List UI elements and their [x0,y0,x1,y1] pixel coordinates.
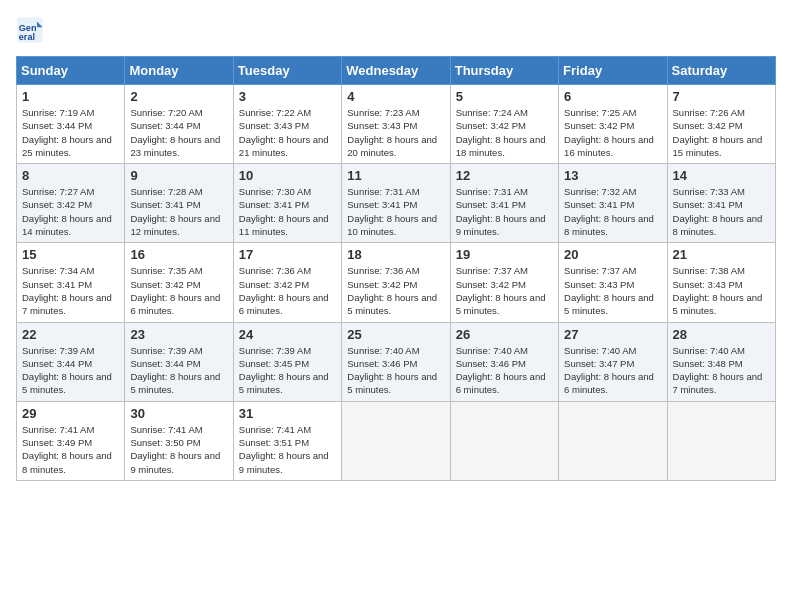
calendar-day-cell [450,401,558,480]
day-info: Sunrise: 7:40 AMSunset: 3:46 PMDaylight:… [347,345,437,396]
day-number: 22 [22,327,119,342]
calendar-week-row: 29 Sunrise: 7:41 AMSunset: 3:49 PMDaylig… [17,401,776,480]
day-number: 24 [239,327,336,342]
day-number: 31 [239,406,336,421]
calendar-day-cell: 1 Sunrise: 7:19 AMSunset: 3:44 PMDayligh… [17,85,125,164]
svg-text:eral: eral [19,32,35,42]
calendar-day-cell: 26 Sunrise: 7:40 AMSunset: 3:46 PMDaylig… [450,322,558,401]
day-number: 11 [347,168,444,183]
calendar-day-cell: 24 Sunrise: 7:39 AMSunset: 3:45 PMDaylig… [233,322,341,401]
day-info: Sunrise: 7:35 AMSunset: 3:42 PMDaylight:… [130,265,220,316]
day-info: Sunrise: 7:28 AMSunset: 3:41 PMDaylight:… [130,186,220,237]
calendar-table: SundayMondayTuesdayWednesdayThursdayFrid… [16,56,776,481]
day-number: 3 [239,89,336,104]
calendar-day-cell [667,401,775,480]
day-number: 5 [456,89,553,104]
day-info: Sunrise: 7:22 AMSunset: 3:43 PMDaylight:… [239,107,329,158]
calendar-day-cell: 29 Sunrise: 7:41 AMSunset: 3:49 PMDaylig… [17,401,125,480]
weekday-header: Friday [559,57,667,85]
day-info: Sunrise: 7:31 AMSunset: 3:41 PMDaylight:… [456,186,546,237]
calendar-day-cell: 22 Sunrise: 7:39 AMSunset: 3:44 PMDaylig… [17,322,125,401]
page-header: Gen eral [16,16,776,44]
calendar-week-row: 8 Sunrise: 7:27 AMSunset: 3:42 PMDayligh… [17,164,776,243]
day-number: 10 [239,168,336,183]
day-number: 12 [456,168,553,183]
day-info: Sunrise: 7:40 AMSunset: 3:46 PMDaylight:… [456,345,546,396]
logo: Gen eral [16,16,48,44]
calendar-day-cell: 11 Sunrise: 7:31 AMSunset: 3:41 PMDaylig… [342,164,450,243]
day-info: Sunrise: 7:37 AMSunset: 3:43 PMDaylight:… [564,265,654,316]
day-info: Sunrise: 7:41 AMSunset: 3:50 PMDaylight:… [130,424,220,475]
day-info: Sunrise: 7:32 AMSunset: 3:41 PMDaylight:… [564,186,654,237]
day-info: Sunrise: 7:19 AMSunset: 3:44 PMDaylight:… [22,107,112,158]
day-info: Sunrise: 7:26 AMSunset: 3:42 PMDaylight:… [673,107,763,158]
calendar-day-cell: 7 Sunrise: 7:26 AMSunset: 3:42 PMDayligh… [667,85,775,164]
weekday-header: Saturday [667,57,775,85]
calendar-day-cell: 17 Sunrise: 7:36 AMSunset: 3:42 PMDaylig… [233,243,341,322]
day-info: Sunrise: 7:41 AMSunset: 3:51 PMDaylight:… [239,424,329,475]
day-number: 6 [564,89,661,104]
day-number: 19 [456,247,553,262]
day-number: 21 [673,247,770,262]
calendar-day-cell: 9 Sunrise: 7:28 AMSunset: 3:41 PMDayligh… [125,164,233,243]
calendar-day-cell [559,401,667,480]
day-number: 16 [130,247,227,262]
calendar-day-cell: 31 Sunrise: 7:41 AMSunset: 3:51 PMDaylig… [233,401,341,480]
day-number: 18 [347,247,444,262]
day-number: 29 [22,406,119,421]
day-info: Sunrise: 7:40 AMSunset: 3:47 PMDaylight:… [564,345,654,396]
day-number: 8 [22,168,119,183]
day-info: Sunrise: 7:33 AMSunset: 3:41 PMDaylight:… [673,186,763,237]
day-info: Sunrise: 7:39 AMSunset: 3:44 PMDaylight:… [130,345,220,396]
calendar-day-cell: 27 Sunrise: 7:40 AMSunset: 3:47 PMDaylig… [559,322,667,401]
day-number: 9 [130,168,227,183]
day-info: Sunrise: 7:31 AMSunset: 3:41 PMDaylight:… [347,186,437,237]
day-number: 1 [22,89,119,104]
day-info: Sunrise: 7:39 AMSunset: 3:45 PMDaylight:… [239,345,329,396]
day-number: 30 [130,406,227,421]
day-number: 26 [456,327,553,342]
calendar-day-cell: 18 Sunrise: 7:36 AMSunset: 3:42 PMDaylig… [342,243,450,322]
calendar-day-cell: 3 Sunrise: 7:22 AMSunset: 3:43 PMDayligh… [233,85,341,164]
calendar-day-cell: 10 Sunrise: 7:30 AMSunset: 3:41 PMDaylig… [233,164,341,243]
day-info: Sunrise: 7:36 AMSunset: 3:42 PMDaylight:… [347,265,437,316]
day-info: Sunrise: 7:37 AMSunset: 3:42 PMDaylight:… [456,265,546,316]
calendar-day-cell: 15 Sunrise: 7:34 AMSunset: 3:41 PMDaylig… [17,243,125,322]
calendar-day-cell: 21 Sunrise: 7:38 AMSunset: 3:43 PMDaylig… [667,243,775,322]
calendar-day-cell: 6 Sunrise: 7:25 AMSunset: 3:42 PMDayligh… [559,85,667,164]
calendar-day-cell: 20 Sunrise: 7:37 AMSunset: 3:43 PMDaylig… [559,243,667,322]
day-number: 23 [130,327,227,342]
calendar-day-cell: 23 Sunrise: 7:39 AMSunset: 3:44 PMDaylig… [125,322,233,401]
calendar-week-row: 1 Sunrise: 7:19 AMSunset: 3:44 PMDayligh… [17,85,776,164]
day-number: 13 [564,168,661,183]
weekday-header: Thursday [450,57,558,85]
day-info: Sunrise: 7:25 AMSunset: 3:42 PMDaylight:… [564,107,654,158]
logo-icon: Gen eral [16,16,44,44]
day-number: 7 [673,89,770,104]
weekday-header-row: SundayMondayTuesdayWednesdayThursdayFrid… [17,57,776,85]
calendar-day-cell: 8 Sunrise: 7:27 AMSunset: 3:42 PMDayligh… [17,164,125,243]
day-info: Sunrise: 7:34 AMSunset: 3:41 PMDaylight:… [22,265,112,316]
day-info: Sunrise: 7:20 AMSunset: 3:44 PMDaylight:… [130,107,220,158]
calendar-day-cell: 14 Sunrise: 7:33 AMSunset: 3:41 PMDaylig… [667,164,775,243]
day-info: Sunrise: 7:23 AMSunset: 3:43 PMDaylight:… [347,107,437,158]
calendar-day-cell [342,401,450,480]
day-number: 14 [673,168,770,183]
calendar-day-cell: 12 Sunrise: 7:31 AMSunset: 3:41 PMDaylig… [450,164,558,243]
calendar-day-cell: 16 Sunrise: 7:35 AMSunset: 3:42 PMDaylig… [125,243,233,322]
calendar-week-row: 15 Sunrise: 7:34 AMSunset: 3:41 PMDaylig… [17,243,776,322]
day-info: Sunrise: 7:36 AMSunset: 3:42 PMDaylight:… [239,265,329,316]
weekday-header: Tuesday [233,57,341,85]
day-number: 28 [673,327,770,342]
calendar-day-cell: 28 Sunrise: 7:40 AMSunset: 3:48 PMDaylig… [667,322,775,401]
calendar-week-row: 22 Sunrise: 7:39 AMSunset: 3:44 PMDaylig… [17,322,776,401]
calendar-day-cell: 30 Sunrise: 7:41 AMSunset: 3:50 PMDaylig… [125,401,233,480]
day-number: 4 [347,89,444,104]
day-number: 20 [564,247,661,262]
calendar-day-cell: 5 Sunrise: 7:24 AMSunset: 3:42 PMDayligh… [450,85,558,164]
day-number: 25 [347,327,444,342]
day-info: Sunrise: 7:41 AMSunset: 3:49 PMDaylight:… [22,424,112,475]
day-info: Sunrise: 7:24 AMSunset: 3:42 PMDaylight:… [456,107,546,158]
day-number: 17 [239,247,336,262]
weekday-header: Monday [125,57,233,85]
